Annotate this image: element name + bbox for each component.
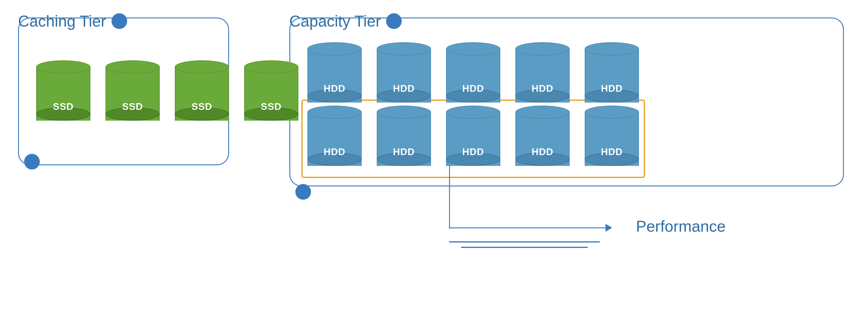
hdd-disk-r1-1: HDD: [307, 42, 362, 103]
ssd-row: SSD SSD SSD: [36, 60, 299, 121]
hdd-disk-r1-3: HDD: [446, 42, 500, 103]
performance-line-top: [449, 241, 600, 243]
ssd-label-3: SSD: [175, 101, 229, 112]
ssd-disk-2: SSD: [105, 60, 160, 121]
hdd-cylinder-r1-5: HDD: [585, 42, 639, 103]
hdd-disk-r2-5: HDD: [585, 106, 639, 166]
ssd-top-3: [175, 60, 229, 74]
capacity-tier-dot: [386, 13, 402, 29]
hdd-label-r2-4: HDD: [516, 146, 569, 158]
hdd-disk-r2-3: HDD: [446, 106, 500, 166]
hdd-label-r2-3: HDD: [446, 146, 500, 158]
hdd-label-r2-1: HDD: [307, 146, 362, 158]
ssd-top-4: [244, 60, 299, 74]
hdd-label-r1-3: HDD: [446, 83, 500, 94]
hdd-row-1: HDD HDD HDD: [307, 42, 639, 103]
capacity-bottom-dot: [296, 184, 311, 200]
hdd-label-r2-2: HDD: [377, 146, 431, 158]
ssd-disk-3: SSD: [175, 60, 229, 121]
ssd-label-4: SSD: [244, 101, 299, 112]
ssd-label-1: SSD: [36, 101, 90, 112]
ssd-cylinder-3: SSD: [175, 60, 229, 121]
capacity-tier: Capacity Tier HDD HDD: [289, 12, 850, 199]
performance-label: Performance: [636, 218, 726, 235]
hdd-label-r2-5: HDD: [585, 146, 639, 158]
performance-area: Performance: [612, 217, 726, 235]
horizontal-arrow-line: [450, 227, 607, 228]
main-container: Caching Tier SSD SSD: [0, 0, 868, 333]
caching-tier-label: Caching Tier: [18, 12, 106, 30]
hdd-cylinder-r2-5: HDD: [585, 106, 639, 166]
ssd-top-2: [105, 60, 160, 74]
hdd-cylinder-r2-4: HDD: [516, 106, 569, 166]
performance-lines: [449, 241, 600, 248]
caching-tier-dot: [112, 13, 127, 29]
hdd-disk-r1-5: HDD: [585, 42, 639, 103]
arrow-head-icon: [606, 224, 612, 232]
hdd-row-2: HDD HDD HDD: [307, 106, 639, 166]
hdd-disk-r2-2: HDD: [377, 106, 431, 166]
ssd-disk-1: SSD: [36, 60, 90, 121]
ssd-cylinder-4: SSD: [244, 60, 299, 121]
ssd-cylinder-2: SSD: [105, 60, 160, 121]
ssd-top-1: [36, 60, 90, 74]
hdd-cylinder-r1-1: HDD: [307, 42, 362, 103]
hdd-cylinder-r1-2: HDD: [377, 42, 431, 103]
hdd-cylinder-r1-4: HDD: [516, 42, 569, 103]
hdd-cylinder-r2-3: HDD: [446, 106, 500, 166]
hdd-cylinder-r2-1: HDD: [307, 106, 362, 166]
hdd-disk-r2-1: HDD: [307, 106, 362, 166]
hdd-label-r1-1: HDD: [307, 83, 362, 94]
hdd-cylinder-r1-3: HDD: [446, 42, 500, 103]
caching-bottom-dot: [24, 154, 40, 169]
ssd-label-2: SSD: [105, 101, 160, 112]
hdd-label-r1-4: HDD: [516, 83, 569, 94]
ssd-disk-4: SSD: [244, 60, 299, 121]
hdd-disk-r1-4: HDD: [516, 42, 569, 103]
hdd-disk-r1-2: HDD: [377, 42, 431, 103]
hdd-disk-r2-4: HDD: [516, 106, 569, 166]
hdd-cylinder-r2-2: HDD: [377, 106, 431, 166]
caching-title: Caching Tier: [18, 12, 235, 30]
hdd-label-r1-2: HDD: [377, 83, 431, 94]
capacity-tier-label: Capacity Tier: [289, 12, 381, 30]
hdd-label-r1-5: HDD: [585, 83, 639, 94]
ssd-cylinder-1: SSD: [36, 60, 90, 121]
performance-line-bottom: [461, 247, 588, 248]
capacity-title: Capacity Tier: [289, 12, 850, 30]
vertical-connector-line: [449, 165, 450, 229]
caching-tier: Caching Tier SSD SSD: [18, 12, 235, 169]
